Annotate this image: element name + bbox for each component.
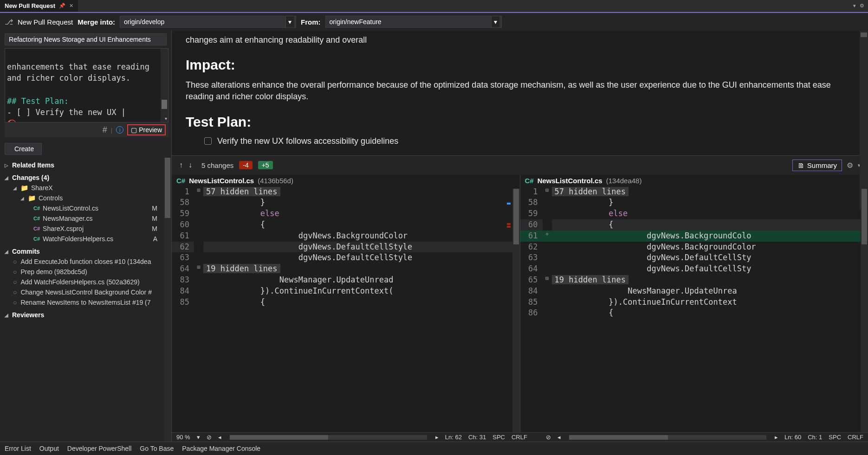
scrollbar[interactable]: ▾ bbox=[161, 49, 168, 122]
prev-change-button[interactable]: ↑ bbox=[179, 161, 183, 169]
pr-title-input[interactable] bbox=[5, 33, 167, 45]
code-line[interactable]: 60 { bbox=[172, 219, 520, 231]
h-scrollbar[interactable] bbox=[230, 435, 427, 440]
file-item[interactable]: C#WatchFoldersHelpers.csA bbox=[0, 234, 171, 244]
tab-bar: New Pull Request 📌 ✕ ▾ ⚙ bbox=[0, 0, 868, 12]
commit-item[interactable]: ○Prep demo (982bdc5d) bbox=[0, 267, 171, 277]
code-line[interactable]: 1⊞57 hidden lines bbox=[520, 186, 868, 198]
checkbox[interactable] bbox=[204, 137, 212, 145]
related-items-section[interactable]: ▷Related Items bbox=[0, 158, 171, 170]
gear-icon[interactable]: ⚙ bbox=[847, 161, 853, 170]
code-line[interactable]: 62 dgvNews.BackgroundColor bbox=[520, 242, 868, 253]
no-issues-icon[interactable]: ⊘ bbox=[207, 434, 212, 441]
code-line[interactable]: 61 dgvNews.BackgroundColor bbox=[172, 231, 520, 242]
h-scrollbar[interactable] bbox=[569, 435, 766, 440]
commit-dot-icon: ○ bbox=[13, 288, 17, 296]
folder-icon: 📁 bbox=[20, 184, 28, 192]
pr-description-editor[interactable]: enhancements that ease reading and riche… bbox=[5, 48, 168, 122]
right-panel: changes aim at enhancing readability and… bbox=[172, 31, 868, 442]
diff-toolbar: ↑ ↓ 5 changes -4 +5 🗎 Summary ⚙ ▾ bbox=[172, 155, 868, 175]
side-tree: ▷Related Items ◢Changes (4) ◢📁ShareX ◢📁C… bbox=[0, 158, 171, 442]
tab-title: New Pull Request bbox=[5, 2, 55, 9]
csharp-icon: C# bbox=[525, 177, 534, 185]
reviewers-section[interactable]: ◢Reviewers bbox=[0, 308, 171, 320]
commit-dot-icon: ○ bbox=[13, 278, 17, 286]
folder-sharex[interactable]: ◢📁ShareX bbox=[0, 183, 171, 193]
chevron-down-icon[interactable]: ▾ bbox=[285, 16, 294, 27]
commit-dot-icon: ○ bbox=[13, 268, 17, 276]
tool-tab[interactable]: Go To Base bbox=[140, 445, 174, 452]
create-button[interactable]: Create bbox=[5, 143, 42, 155]
code-line[interactable]: 84 NewsManager.UpdateUnrea bbox=[520, 286, 868, 297]
close-icon[interactable]: ✕ bbox=[69, 3, 73, 9]
test-plan-heading: Test Plan: bbox=[186, 114, 854, 130]
preview-icon: ▢ bbox=[131, 126, 137, 134]
csharp-icon: C# bbox=[33, 205, 40, 211]
tool-tab[interactable]: Output bbox=[39, 445, 59, 452]
code-line[interactable]: 61+ dgvNews.BackgroundColo bbox=[520, 231, 868, 242]
hash-icon[interactable]: # bbox=[103, 125, 107, 135]
code-line[interactable]: 59 else bbox=[520, 208, 868, 219]
code-line[interactable]: 58 } bbox=[520, 197, 868, 208]
gear-icon[interactable]: ⚙ bbox=[860, 3, 864, 9]
commit-item[interactable]: ○Rename NewsItems to NewsItemsList #19 (… bbox=[0, 297, 171, 308]
file-item[interactable]: C#NewsListControl.csM bbox=[0, 203, 171, 213]
commit-dot-icon: ○ bbox=[13, 299, 17, 306]
folder-controls[interactable]: ◢📁Controls bbox=[0, 193, 171, 203]
code-line[interactable]: 60 { bbox=[520, 219, 868, 231]
code-line[interactable]: 84 }).ContinueInCurrentContext( bbox=[172, 286, 520, 297]
header-title: New Pull Request bbox=[18, 18, 73, 26]
code-line[interactable]: 86 { bbox=[520, 308, 868, 319]
next-change-button[interactable]: ↓ bbox=[188, 161, 192, 169]
summary-button[interactable]: 🗎 Summary bbox=[792, 160, 842, 171]
code-line[interactable]: 85 }).ContinueInCurrentContext bbox=[520, 297, 868, 308]
code-line[interactable]: 83 NewsManager.UpdateUnread bbox=[172, 275, 520, 286]
tool-tab[interactable]: Error List bbox=[5, 445, 31, 452]
no-issues-icon[interactable]: ⊘ bbox=[546, 434, 551, 441]
file-item[interactable]: C#NewsManager.csM bbox=[0, 213, 171, 224]
csharp-icon: C# bbox=[33, 236, 40, 242]
code-line[interactable]: 59 else bbox=[172, 208, 520, 219]
deletions-badge: -4 bbox=[239, 161, 252, 169]
commit-item[interactable]: ○Change NewsListControl Background Color… bbox=[0, 287, 171, 297]
additions-badge: +5 bbox=[258, 161, 273, 169]
from-select[interactable]: origin/newFeature ▾ bbox=[325, 16, 502, 28]
scrollbar[interactable] bbox=[164, 158, 171, 442]
code-line[interactable]: 63 dgvNews.DefaultCellStyle bbox=[172, 252, 520, 263]
diff-panes: C# NewsListControl.cs (4136b56d) 1⊞57 hi… bbox=[172, 175, 868, 432]
tool-tab[interactable]: Package Manager Console bbox=[182, 445, 260, 452]
zoom-level[interactable]: 90 % bbox=[176, 434, 190, 441]
merge-into-select[interactable]: origin/develop ▾ bbox=[120, 16, 296, 28]
chevron-down-icon[interactable]: ▾ bbox=[853, 3, 856, 9]
copilot-icon: 🚫 bbox=[7, 119, 17, 122]
impact-heading: Impact: bbox=[186, 57, 854, 73]
code-line[interactable]: 85 { bbox=[172, 297, 520, 308]
scrollbar[interactable] bbox=[861, 189, 868, 432]
chevron-down-icon[interactable]: ▾ bbox=[491, 16, 499, 27]
code-line[interactable]: 64 dgvNews.DefaultCellSty bbox=[520, 263, 868, 275]
csharp-icon: C# bbox=[176, 177, 185, 185]
from-label: From: bbox=[301, 18, 321, 26]
diff-pane-left: C# NewsListControl.cs (4136b56d) 1⊞57 hi… bbox=[172, 175, 520, 432]
description-footer: # | i ▢ Preview bbox=[5, 122, 168, 137]
code-line[interactable]: 63 dgvNews.DefaultCellSty bbox=[520, 252, 868, 263]
code-line[interactable]: 65⊞19 hidden lines bbox=[520, 275, 868, 286]
code-line[interactable]: 62 dgvNews.DefaultCellStyle bbox=[172, 242, 520, 253]
scrollbar[interactable] bbox=[512, 189, 520, 432]
commit-item[interactable]: ○Add ExecuteJob function closes #10 (134… bbox=[0, 256, 171, 267]
tool-tab[interactable]: Developer PowerShell bbox=[67, 445, 132, 452]
pin-icon[interactable]: 📌 bbox=[59, 3, 65, 9]
tab-new-pr[interactable]: New Pull Request 📌 ✕ bbox=[0, 0, 78, 12]
info-icon[interactable]: i bbox=[116, 126, 123, 134]
changes-section[interactable]: ◢Changes (4) bbox=[0, 170, 171, 183]
preview-button[interactable]: ▢ Preview bbox=[127, 124, 166, 135]
commit-item[interactable]: ○Add WatchFoldersHelpers.cs (502a3629) bbox=[0, 277, 171, 287]
code-line[interactable]: 58 } bbox=[172, 197, 520, 208]
folder-icon: 📁 bbox=[28, 194, 36, 202]
code-line[interactable]: 1⊞57 hidden lines bbox=[172, 186, 520, 198]
commits-section[interactable]: ◢Commits bbox=[0, 244, 171, 256]
document-icon: 🗎 bbox=[797, 161, 804, 169]
task-item: Verify the new UX follows accessibility … bbox=[186, 136, 854, 146]
code-line[interactable]: 64⊞19 hidden lines bbox=[172, 263, 520, 275]
file-item[interactable]: C#ShareX.csprojM bbox=[0, 224, 171, 234]
